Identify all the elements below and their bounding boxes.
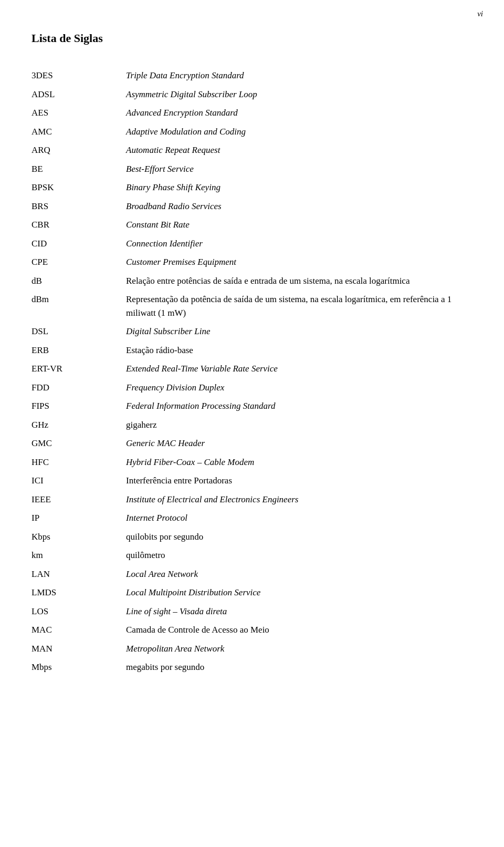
abbreviation: ICI [32,471,126,490]
definition: Generic MAC Header [126,434,472,453]
abbreviation: AMC [32,122,126,141]
abbreviation: MAC [32,621,126,639]
definition: Asymmetric Digital Subscriber Loop [126,85,472,104]
glossary-row: BEBest-Effort Service [32,160,472,179]
definition: Internet Protocol [126,509,472,528]
glossary-row: HFCHybrid Fiber-Coax – Cable Modem [32,453,472,472]
glossary-row: CPECustomer Premises Equipment [32,253,472,272]
definition: Best-Effort Service [126,160,472,179]
definition: Digital Subscriber Line [126,322,472,341]
abbreviation: GMC [32,434,126,453]
glossary-row: Mbpsmegabits por segundo [32,658,472,677]
page-container: vi Lista de Siglas 3DESTriple Data Encry… [0,0,504,708]
abbreviation: ARQ [32,141,126,160]
glossary-row: Kbpsquilobits por segundo [32,528,472,546]
glossary-row: LMDSLocal Multipoint Distribution Servic… [32,583,472,602]
abbreviation: LMDS [32,583,126,602]
definition: megabits por segundo [126,658,472,677]
abbreviation: dB [32,272,126,291]
definition: Metropolitan Area Network [126,639,472,658]
definition: Customer Premises Equipment [126,253,472,272]
definition: Interferência entre Portadoras [126,471,472,490]
glossary-row: IEEEInstitute of Electrical and Electron… [32,490,472,509]
definition: Relação entre potências de saída e entra… [126,272,472,291]
abbreviation: 3DES [32,66,126,85]
definition: Automatic Repeat Request [126,141,472,160]
definition: Extended Real-Time Variable Rate Service [126,359,472,378]
glossary-row: ERT-VRExtended Real-Time Variable Rate S… [32,359,472,378]
definition: Camada de Controle de Acesso ao Meio [126,621,472,639]
definition: Estação rádio-base [126,341,472,360]
abbreviation: FDD [32,378,126,397]
definition: Local Area Network [126,565,472,584]
definition: Constant Bit Rate [126,215,472,234]
abbreviation: dBm [32,290,126,322]
definition: Line of sight – Visada direta [126,602,472,621]
definition: Federal Information Processing Standard [126,397,472,416]
glossary-row: AESAdvanced Encryption Standard [32,104,472,122]
glossary-row: 3DESTriple Data Encryption Standard [32,66,472,85]
glossary-row: LOSLine of sight – Visada direta [32,602,472,621]
abbreviation: ERT-VR [32,359,126,378]
abbreviation: HFC [32,453,126,472]
definition: Hybrid Fiber-Coax – Cable Modem [126,453,472,472]
glossary-row: kmquilômetro [32,546,472,565]
glossary-row: MANMetropolitan Area Network [32,639,472,658]
abbreviation: DSL [32,322,126,341]
abbreviation: IP [32,509,126,528]
glossary-row: ERBEstação rádio-base [32,341,472,360]
abbreviation: Mbps [32,658,126,677]
abbreviation: LAN [32,565,126,584]
glossary-row: dBmRepresentação da potência de saída de… [32,290,472,322]
glossary-row: BRSBroadband Radio Services [32,197,472,216]
abbreviation: BPSK [32,178,126,197]
abbreviation: Kbps [32,528,126,546]
definition: Broadband Radio Services [126,197,472,216]
glossary-row: MACCamada de Controle de Acesso ao Meio [32,621,472,639]
definition: Local Multipoint Distribution Service [126,583,472,602]
abbreviation: BE [32,160,126,179]
page-number: vi [477,9,483,18]
glossary-row: GMCGeneric MAC Header [32,434,472,453]
glossary-row: BPSKBinary Phase Shift Keying [32,178,472,197]
page-title: Lista de Siglas [32,32,472,45]
glossary-row: ARQAutomatic Repeat Request [32,141,472,160]
definition: Adaptive Modulation and Coding [126,122,472,141]
definition: gigaherz [126,416,472,435]
abbreviation: km [32,546,126,565]
glossary-row: FDDFrequency Division Duplex [32,378,472,397]
glossary-row: DSLDigital Subscriber Line [32,322,472,341]
glossary-row: ADSLAsymmetric Digital Subscriber Loop [32,85,472,104]
abbreviation: FIPS [32,397,126,416]
glossary-table: 3DESTriple Data Encryption StandardADSLA… [32,66,472,677]
abbreviation: AES [32,104,126,122]
glossary-row: LANLocal Area Network [32,565,472,584]
glossary-row: dBRelação entre potências de saída e ent… [32,272,472,291]
glossary-row: GHzgigaherz [32,416,472,435]
definition: quilobits por segundo [126,528,472,546]
abbreviation: ERB [32,341,126,360]
definition: Binary Phase Shift Keying [126,178,472,197]
abbreviation: IEEE [32,490,126,509]
abbreviation: LOS [32,602,126,621]
abbreviation: CBR [32,215,126,234]
definition: quilômetro [126,546,472,565]
glossary-row: ICIInterferência entre Portadoras [32,471,472,490]
definition: Connection Identifier [126,234,472,253]
abbreviation: CID [32,234,126,253]
glossary-row: CBRConstant Bit Rate [32,215,472,234]
definition: Representação da potência de saída de um… [126,290,472,322]
definition: Triple Data Encryption Standard [126,66,472,85]
abbreviation: CPE [32,253,126,272]
abbreviation: ADSL [32,85,126,104]
abbreviation: BRS [32,197,126,216]
glossary-row: IPInternet Protocol [32,509,472,528]
definition: Institute of Electrical and Electronics … [126,490,472,509]
glossary-row: AMCAdaptive Modulation and Coding [32,122,472,141]
abbreviation: GHz [32,416,126,435]
glossary-row: CIDConnection Identifier [32,234,472,253]
definition: Advanced Encryption Standard [126,104,472,122]
glossary-row: FIPSFederal Information Processing Stand… [32,397,472,416]
abbreviation: MAN [32,639,126,658]
definition: Frequency Division Duplex [126,378,472,397]
